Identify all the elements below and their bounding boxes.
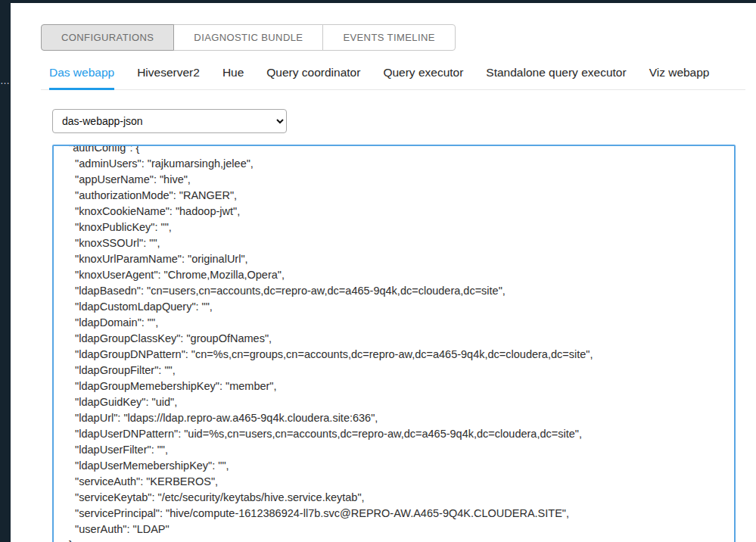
tab-viz-webapp[interactable]: Viz webapp [649,66,710,79]
config-editor[interactable]: "authConfig": { "adminUsers": "rajkumars… [52,145,736,542]
window-top-bar [0,0,756,3]
config-editor-text: "authConfig": { "adminUsers": "rajkumars… [63,145,725,542]
events-timeline-button[interactable]: EVENTS TIMELINE [322,24,455,51]
service-tabs: Das webapp Hiveserver2 Hue Query coordin… [41,63,745,90]
tab-das-webapp[interactable]: Das webapp [49,66,114,79]
configurations-button[interactable]: CONFIGURATIONS [41,24,174,51]
diagnostic-bundle-button[interactable]: DIAGNOSTIC BUNDLE [173,24,323,51]
tab-hue[interactable]: Hue [222,66,244,79]
tab-query-executor[interactable]: Query executor [383,66,463,79]
tab-query-coordinator[interactable]: Query coordinator [266,66,360,79]
section-button-group: CONFIGURATIONS DIAGNOSTIC BUNDLE EVENTS … [41,24,456,51]
overflow-menu-icon[interactable]: … [0,77,11,85]
collapsed-left-nav: … [0,0,11,542]
config-file-select[interactable]: das-webapp-json [52,109,287,133]
tab-hiveserver2[interactable]: Hiveserver2 [137,66,200,79]
tab-standalone-query-executor[interactable]: Standalone query executor [486,66,626,79]
main-content: CONFIGURATIONS DIAGNOSTIC BUNDLE EVENTS … [11,3,756,542]
